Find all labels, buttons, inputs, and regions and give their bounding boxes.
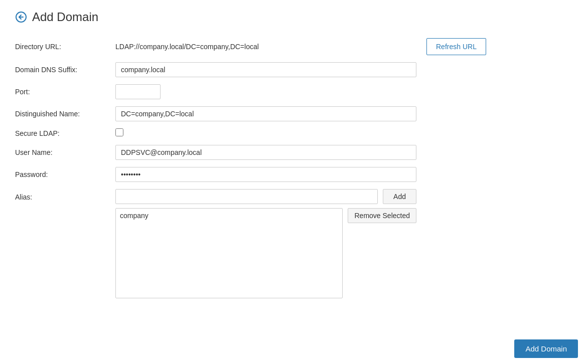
secure-ldap-row: Secure LDAP: <box>15 128 573 138</box>
page-title: Add Domain <box>32 10 98 24</box>
port-control <box>115 84 416 99</box>
directory-url-label: Directory URL: <box>15 43 115 51</box>
alias-listbox[interactable]: company <box>115 208 343 298</box>
username-control <box>115 145 416 160</box>
page-header: Add Domain <box>15 10 573 24</box>
domain-dns-input[interactable] <box>115 62 416 77</box>
distinguished-name-label: Distinguished Name: <box>15 110 115 118</box>
username-label: User Name: <box>15 148 115 156</box>
port-label: Port: <box>15 88 115 96</box>
add-alias-button[interactable]: Add <box>383 189 416 204</box>
password-input[interactable] <box>115 167 416 182</box>
domain-dns-row: Domain DNS Suffix: <box>15 62 573 77</box>
back-icon[interactable] <box>15 11 27 23</box>
domain-dns-label: Domain DNS Suffix: <box>15 66 115 74</box>
refresh-url-button[interactable]: Refresh URL <box>426 38 486 55</box>
distinguished-name-control <box>115 106 416 121</box>
distinguished-name-input[interactable] <box>115 106 416 121</box>
secure-ldap-control <box>115 128 416 138</box>
port-row: Port: <box>15 84 573 99</box>
username-row: User Name: <box>15 145 573 160</box>
username-input[interactable] <box>115 145 416 160</box>
secure-ldap-checkbox[interactable] <box>115 128 123 136</box>
port-input[interactable] <box>115 84 161 99</box>
alias-input-row: Add <box>115 189 416 204</box>
alias-list-wrapper: company Remove Selected <box>115 208 416 298</box>
directory-url-value: LDAP://company.local/DC=company,DC=local <box>115 43 416 51</box>
password-control <box>115 167 416 182</box>
domain-dns-control <box>115 62 416 77</box>
directory-url-row: Directory URL: LDAP://company.local/DC=c… <box>15 38 573 55</box>
remove-selected-button[interactable]: Remove Selected <box>348 208 416 223</box>
secure-ldap-label: Secure LDAP: <box>15 129 115 137</box>
distinguished-name-row: Distinguished Name: <box>15 106 573 121</box>
alias-right: Add company Remove Selected <box>115 189 416 298</box>
alias-section: Alias: Add company Remove Selected <box>15 189 573 298</box>
form-body: Directory URL: LDAP://company.local/DC=c… <box>15 38 573 298</box>
alias-label: Alias: <box>15 189 115 201</box>
password-row: Password: <box>15 167 573 182</box>
alias-input[interactable] <box>115 189 378 204</box>
password-label: Password: <box>15 170 115 178</box>
